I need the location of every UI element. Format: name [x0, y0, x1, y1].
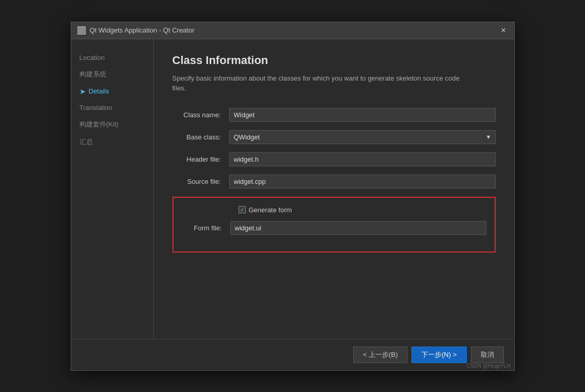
class-name-label: Class name:	[172, 111, 229, 119]
sidebar-label-location: Location	[80, 54, 105, 61]
generate-form-label: Generate form	[249, 206, 292, 214]
sidebar-label-translation: Translation	[80, 104, 113, 112]
title-bar: Qt Widgets Application - Qt Creator ×	[71, 22, 514, 39]
header-file-row: Header file:	[172, 152, 496, 166]
main-window: Qt Widgets Application - Qt Creator × Lo…	[71, 22, 515, 371]
sidebar-label-summary: 汇总	[80, 137, 93, 147]
sidebar-item-summary[interactable]: 汇总	[71, 133, 153, 151]
page-title: Class Information	[172, 54, 496, 67]
window-icon	[77, 26, 86, 35]
back-button[interactable]: < 上一步(B)	[353, 347, 408, 363]
header-file-label: Header file:	[172, 155, 229, 163]
form-file-row: Form file:	[173, 221, 486, 235]
content-area: Location 构建系统 ➤ Details Translation 构建套件…	[71, 39, 514, 339]
sidebar-item-translation[interactable]: Translation	[71, 100, 153, 116]
base-class-select-wrapper: QWidget QMainWindow QDialog ▼	[229, 130, 496, 144]
source-file-row: Source file:	[172, 175, 496, 189]
window-title: Qt Widgets Application - Qt Creator	[90, 26, 195, 34]
class-name-row: Class name:	[172, 108, 496, 122]
cancel-button[interactable]: 取消	[471, 347, 504, 363]
form-file-input[interactable]	[230, 221, 486, 235]
title-bar-left: Qt Widgets Application - Qt Creator	[77, 26, 195, 35]
base-class-label: Base class:	[172, 133, 229, 141]
source-file-input[interactable]	[229, 175, 496, 189]
close-button[interactable]: ×	[499, 26, 508, 35]
sidebar-item-kit[interactable]: 构建套件(Kit)	[71, 116, 153, 133]
next-button[interactable]: 下一步(N) >	[412, 347, 466, 363]
form-file-label: Form file:	[173, 224, 230, 232]
generate-form-section: ✓ Generate form Form file:	[172, 197, 496, 253]
base-class-select[interactable]: QWidget QMainWindow QDialog	[229, 130, 496, 144]
header-file-input[interactable]	[229, 152, 496, 166]
sidebar-label-kit: 构建套件(Kit)	[80, 120, 119, 129]
sidebar-item-details[interactable]: ➤ Details	[71, 83, 153, 100]
sidebar-item-build-system[interactable]: 构建系统	[71, 66, 153, 83]
footer: < 上一步(B) 下一步(N) > 取消	[71, 339, 514, 370]
sidebar: Location 构建系统 ➤ Details Translation 构建套件…	[71, 39, 154, 339]
base-class-row: Base class: QWidget QMainWindow QDialog …	[172, 130, 496, 144]
main-content: Class Information Specify basic informat…	[154, 39, 514, 339]
generate-form-checkbox[interactable]: ✓	[239, 206, 246, 213]
sidebar-label-build-system: 构建系统	[80, 70, 106, 79]
generate-form-checkbox-wrapper[interactable]: ✓ Generate form	[239, 206, 292, 214]
sidebar-item-location[interactable]: Location	[71, 50, 153, 66]
watermark: CSDN @HugeYLH	[467, 363, 511, 369]
sidebar-label-details: Details	[89, 87, 109, 95]
source-file-label: Source file:	[172, 178, 229, 185]
class-name-input[interactable]	[229, 108, 496, 122]
sidebar-arrow-icon: ➤	[80, 87, 86, 96]
description: Specify basic information about the clas…	[172, 73, 472, 93]
generate-form-row: ✓ Generate form	[173, 206, 486, 214]
